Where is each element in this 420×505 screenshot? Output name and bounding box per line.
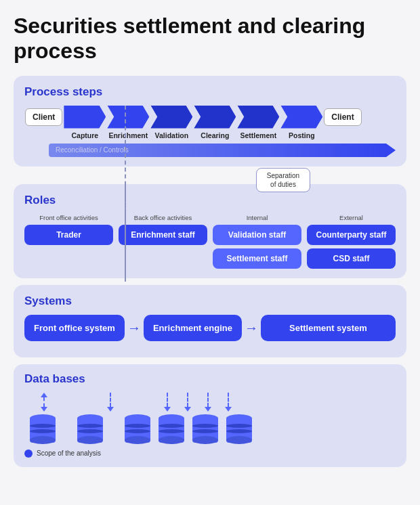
roles-label: Roles	[24, 194, 396, 207]
arrow-down-2	[107, 407, 114, 412]
settlement-staff-button: Settlement staff	[213, 248, 301, 269]
arrowhead-5	[205, 407, 211, 412]
chevron-posting	[280, 106, 322, 129]
process-steps-section: Process steps Client x Capture Enrichmen…	[14, 76, 406, 167]
client-left-box: Client	[25, 108, 62, 126]
arrow-up-1	[41, 393, 47, 397]
db-cylinders-row	[24, 414, 396, 444]
validation-staff-button: Validation staff	[213, 225, 301, 245]
posting-label: Posting	[289, 131, 315, 139]
role-col-back-office: Back office activities Enrichment staff	[119, 214, 207, 245]
step-validation: Validation	[150, 106, 192, 139]
enrichment-label: Enrichment	[108, 131, 148, 139]
step-capture: Capture	[64, 106, 106, 139]
chevron-settlement	[237, 106, 279, 129]
clearing-label: Clearing	[201, 131, 229, 139]
settlement-system-box: Settlement system	[261, 315, 396, 341]
reconciliation-inner: Reconciliation / Controls	[49, 144, 386, 157]
separation-badge-container: Separation of duties	[14, 168, 406, 183]
db-arrows-row	[24, 393, 396, 412]
reconciliation-bar: Reconciliation / Controls	[49, 144, 396, 157]
systems-label: Systems	[24, 294, 396, 308]
cylinder-6	[226, 414, 252, 444]
roles-section: Roles Front office activities Trader Bac…	[14, 184, 406, 278]
chevron-validation	[150, 106, 192, 129]
arrow-down-1	[41, 407, 47, 412]
separation-badge: Separation of duties	[256, 168, 310, 192]
db-arrow-4	[184, 393, 191, 412]
enrichment-engine-box: Enrichment engine	[144, 315, 242, 341]
client-right-col: Client x	[324, 108, 361, 137]
sys-arrow-2: →	[245, 320, 258, 336]
client-right-box: Client	[324, 108, 361, 126]
cylinder-2	[77, 414, 103, 444]
database-2	[77, 414, 103, 444]
arrowhead-3	[164, 407, 171, 412]
arrowhead-4	[184, 407, 191, 412]
reconciliation-arrow	[386, 144, 396, 157]
database-5	[192, 414, 218, 444]
steps-container: Client x Capture Enrichment Validation	[24, 106, 396, 157]
dash-line-2	[110, 393, 111, 407]
settlement-label: Settlement	[240, 131, 277, 139]
db-arrow-1	[31, 393, 57, 412]
front-office-header: Front office activities	[39, 214, 98, 221]
step-posting: Posting	[280, 106, 322, 139]
scope-dot	[24, 449, 33, 458]
chevron-capture	[64, 106, 106, 129]
reconciliation-label: Reconciliation / Controls	[56, 146, 129, 154]
counterparty-staff-button: Counterparty staff	[307, 225, 396, 245]
role-col-external: External Counterparty staff CSD staff	[307, 214, 396, 269]
sys-arrow-1: →	[127, 320, 141, 336]
scope-text: Scope of the analysis	[37, 449, 101, 457]
front-office-system-box: Front office system	[24, 315, 125, 341]
cylinder-3	[125, 414, 150, 444]
chevron-clearing	[194, 106, 236, 129]
database-3	[125, 414, 150, 444]
step-enrichment: Enrichment	[107, 106, 149, 139]
systems-row: Front office system → Enrichment engine …	[24, 315, 396, 341]
dash-line-1	[43, 397, 45, 407]
separation-dashed-line	[125, 106, 126, 282]
database-4	[159, 414, 184, 444]
chevron-enrichment	[107, 106, 149, 129]
steps-row: Client x Capture Enrichment Validation	[24, 106, 396, 139]
databases-label: Data bases	[24, 372, 396, 386]
database-1	[30, 414, 56, 444]
roles-row: Front office activities Trader Back offi…	[24, 214, 396, 269]
db-arrows-3-6	[164, 393, 232, 412]
cylinder-4	[159, 414, 184, 444]
client-left-col: Client x	[25, 108, 62, 137]
process-steps-label: Process steps	[24, 85, 396, 99]
arrowhead-6	[225, 407, 232, 412]
step-settlement: Settlement	[237, 106, 279, 139]
db-arrow-3	[164, 393, 171, 412]
trader-button: Trader	[24, 225, 113, 245]
cylinder-5	[192, 414, 218, 444]
cylinder-1	[30, 414, 56, 444]
separation-label: Separation of duties	[267, 172, 299, 188]
reconciliation-container: Reconciliation / Controls	[24, 144, 396, 157]
role-col-front-office: Front office activities Trader	[24, 214, 113, 245]
csd-staff-button: CSD staff	[307, 248, 396, 269]
back-office-header: Back office activities	[134, 214, 192, 221]
role-col-internal: Internal Validation staff Settlement sta…	[213, 214, 301, 269]
enrichment-staff-button: Enrichment staff	[119, 225, 207, 245]
systems-section: Systems Front office system → Enrichment…	[14, 285, 406, 357]
db-arrow-5	[205, 393, 211, 412]
external-header: External	[339, 214, 363, 221]
validation-label: Validation	[155, 131, 189, 139]
databases-section: Data bases	[14, 364, 406, 467]
capture-label: Capture	[72, 131, 99, 139]
page-title: Securities settlement and clearing proce…	[14, 14, 406, 64]
scope-legend: Scope of the analysis	[24, 449, 396, 458]
db-arrow-2	[98, 393, 123, 412]
internal-header: Internal	[247, 214, 268, 221]
database-6	[226, 414, 252, 444]
step-clearing: Clearing	[194, 106, 236, 139]
db-arrow-6	[225, 393, 232, 412]
